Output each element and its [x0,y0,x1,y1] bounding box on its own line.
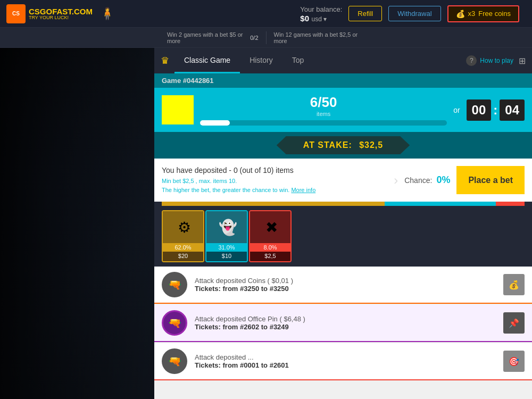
progress-area: 6/50 items [200,94,447,126]
header-center: Your balance: $0 usd ▾ Refill Withdrawal… [300,4,519,23]
tab-history[interactable]: History [240,48,282,73]
grid-icon[interactable]: ⊞ [519,56,526,66]
chance-label: Chance: [404,176,432,185]
participant-avatar-1: 👻 [206,211,248,243]
free-coins-multiplier: x3 [468,10,476,18]
help-icon: ? [466,55,477,66]
bet-action-2: Attack deposited ... [195,353,496,361]
refill-button[interactable]: Refill [348,6,382,21]
color-swatch [162,95,194,124]
currency-select[interactable]: usd ▾ [311,15,327,23]
participant-card-1: 👻 31.0% $10 [205,210,248,262]
bet-info: You have deposited - 0 (out of 10) items… [162,166,387,194]
tab-classic-game[interactable]: Classic Game [174,48,240,73]
logo-com: .COM [72,7,93,16]
participant-pct-1: 31.0% [206,243,247,252]
bet-tickets-1: Tickets: from #2602 to #3249 [195,323,496,331]
participants-row: ⚙ 62.0% $20 👻 31.0% $10 ✖ 8.0% $2,5 [162,206,525,267]
game-header: Game #0442861 [154,73,532,88]
quest-item-1: Win 12 games with a bet $2,5 or more [266,31,373,44]
bet-section: You have deposited - 0 (out of 10) items… [154,159,532,202]
logo-area: CS CSGOFAST.COM TRY YOUR LUCK! 🧍 [6,4,114,23]
bet-avatar-2: 🔫 [162,348,187,374]
bar-segment-0 [162,202,385,206]
chance-area: Chance: 0% [404,174,450,186]
sidebar-left [0,48,154,399]
bet-row-0: 🔫 Attack deposited Coins ( $0,01 ) Ticke… [154,267,532,304]
participant-card-0: ⚙ 62.0% $20 [162,210,204,262]
withdrawal-button[interactable]: Withdrawal [388,6,440,21]
bet-action-1: Attack deposited Office Pin ( $6,48 ) [195,315,496,323]
free-coins-label: Free coins [478,10,511,18]
participant-pct-2: 8.0% [250,243,290,252]
crown-icon: ♛ [161,55,169,66]
bet-avatar-1: 🔫 [162,310,187,336]
balance-block: Your balance: $0 usd ▾ [300,4,342,23]
game-number: Game #0442861 [162,77,214,85]
game-body: 6/50 items or 00 : 04 [154,88,532,132]
quest-text-0: Win 2 games with a bet $5 or more [167,31,250,44]
logo-text-block: CSGOFAST.COM TRY YOUR LUCK! [29,7,93,20]
or-text: or [453,106,460,114]
free-coins-button[interactable]: 💰 x3 Free coins [447,5,519,22]
bets-list: 🔫 Attack deposited Coins ( $0,01 ) Ticke… [154,267,532,399]
items-count: 6/50 [200,94,447,111]
bet-tickets-0: Tickets: from #3250 to #3250 [195,285,496,293]
progress-bar-bg [200,120,447,126]
bet-rules: Min bet $2,5 , max. items 10. The higher… [162,177,387,194]
participant-amt-1: $10 [206,252,247,261]
tab-top[interactable]: Top [282,48,314,73]
bet-details-0: Attack deposited Coins ( $0,01 ) Tickets… [195,277,496,293]
bet-item-thumb-1: 📌 [503,312,525,334]
participant-amt-0: $20 [163,252,203,261]
balance-label: Your balance: [300,5,342,13]
coin-icon: 💰 [456,10,465,18]
bet-deposited: You have deposited - 0 (out of 10) items [162,166,387,174]
how-to-play-link[interactable]: ? How to play [466,55,513,66]
participant-avatar-2: ✖ [250,211,292,243]
participant-avatar-0: ⚙ [163,211,204,243]
content-area: ♛ Classic Game History Top ? How to play… [0,48,532,399]
quest-text-1: Win 12 games with a bet $2,5 or more [274,31,365,44]
main-wrapper: CS CSGOFAST.COM TRY YOUR LUCK! 🧍 Your ba… [0,0,532,399]
items-label: items [200,111,447,117]
bet-tickets-2: Tickets: from #0001 to #2601 [195,361,496,369]
timer-separator: : [493,99,497,121]
bar-segment-2 [496,202,525,206]
logo-icon: CS [6,4,26,23]
bet-details-1: Attack deposited Office Pin ( $6,48 ) Ti… [195,315,496,331]
header: CS CSGOFAST.COM TRY YOUR LUCK! 🧍 Your ba… [0,0,532,28]
game-section: Game #0442861 6/50 items or 00 : [154,73,532,159]
participant-amt-2: $2,5 [250,252,290,261]
more-info-link[interactable]: More info [291,187,315,193]
how-to-play-label: How to play [480,57,513,64]
bet-rule1: Min bet $2,5 , max. items 10. [162,178,237,184]
place-bet-button[interactable]: Place a bet [456,166,525,194]
balance-amount: $0 [300,14,309,23]
bet-details-2: Attack deposited ... Tickets: from #0001… [195,353,496,369]
at-stake-inner: AT STAKE: $32,5 [277,136,410,154]
quest-item-0: Win 2 games with a bet $5 or more 0/2 [160,31,266,44]
participant-pct-0: 62.0% [163,243,203,252]
at-stake-banner: AT STAKE: $32,5 [154,132,532,159]
bet-row-2: 🔫 Attack deposited ... Tickets: from #00… [154,343,532,380]
bet-avatar-0: 🔫 [162,272,187,297]
bet-rule2: The higher the bet, the greater the chan… [162,187,289,193]
bet-action-0: Attack deposited Coins ( $0,01 ) [195,277,496,285]
timer-seconds: 04 [500,99,525,121]
bar-segment-1 [385,202,496,206]
quest-bar: Win 2 games with a bet $5 or more 0/2 Wi… [0,28,532,48]
bet-item-thumb-2: 🎯 [503,351,525,372]
quest-progress-0: 0/2 [250,35,258,41]
participants-bar [162,202,525,206]
bet-arrow: › [394,173,398,188]
bet-item-thumb-0: 💰 [503,274,525,295]
timer-display: 00 : 04 [467,99,525,121]
bet-row-1: 🔫 Attack deposited Office Pin ( $6,48 ) … [154,305,532,342]
main-content: ♛ Classic Game History Top ? How to play… [154,48,532,399]
progress-bar-fill [200,120,230,126]
nav-tabs: ♛ Classic Game History Top ? How to play… [154,48,532,73]
participants-section: ⚙ 62.0% $20 👻 31.0% $10 ✖ 8.0% $2,5 [154,202,532,267]
at-stake-label: AT STAKE: $32,5 [303,140,383,149]
chance-value: 0% [436,174,450,186]
